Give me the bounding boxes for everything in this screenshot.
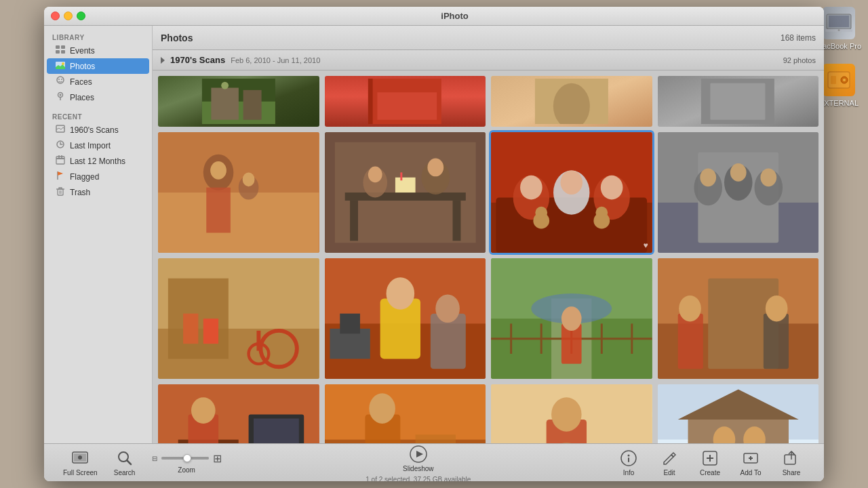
library-section-label: LIBRARY (44, 31, 152, 43)
zoom-label: Zoom (178, 466, 195, 474)
info-button[interactable]: Info (610, 446, 648, 479)
photo-content (491, 76, 652, 127)
photo-content (658, 132, 819, 253)
svg-rect-120 (254, 419, 299, 443)
photo-cell[interactable] (658, 384, 819, 443)
share-button[interactable]: Share (772, 446, 810, 479)
sidebar-item-flagged[interactable]: Flagged (47, 169, 149, 184)
add-to-button[interactable]: Add To (732, 446, 770, 479)
last-import-label: Last Import (70, 141, 111, 150)
info-icon (619, 449, 638, 468)
svg-point-53 (427, 159, 443, 177)
svg-rect-21 (56, 157, 64, 164)
toolbar-right: Info Edit (610, 446, 810, 479)
trash-label: Trash (70, 188, 90, 197)
main-content: LIBRARY Events (44, 26, 824, 443)
photo-grid-wrapper[interactable]: ♥ (153, 70, 824, 443)
edit-button[interactable]: Edit (650, 446, 688, 479)
window-controls (51, 12, 85, 20)
macbook-pro-img (823, 7, 855, 39)
1960s-scans-icon (55, 124, 66, 136)
slideshow-icon (409, 445, 428, 464)
photo-cell[interactable]: ♥ (491, 132, 652, 253)
svg-point-93 (435, 295, 460, 323)
sidebar-item-events[interactable]: Events (47, 43, 149, 58)
photo-content (325, 384, 486, 443)
zoom-slider-container[interactable]: ⊟ ⊞ (152, 452, 222, 465)
photo-cell[interactable] (158, 132, 319, 253)
album-expand-icon[interactable] (161, 57, 165, 64)
sidebar-item-photos[interactable]: Photos (47, 58, 149, 74)
photo-cell[interactable] (325, 132, 486, 253)
photo-cell[interactable] (658, 132, 819, 253)
photo-cell[interactable] (491, 258, 652, 379)
svg-rect-111 (763, 314, 788, 369)
slideshow-button[interactable]: Slideshow (397, 442, 439, 475)
zoom-thumb[interactable] (183, 454, 191, 462)
create-button[interactable]: Create (691, 446, 729, 479)
create-label: Create (700, 469, 720, 476)
photo-cell[interactable] (325, 384, 486, 443)
svg-point-44 (243, 172, 255, 186)
maximize-button[interactable] (77, 12, 85, 20)
sidebar-item-last-import[interactable]: Last Import (47, 138, 149, 153)
window-title: iPhoto (92, 11, 817, 21)
photos-title: Photos (161, 33, 781, 43)
svg-point-118 (191, 398, 216, 424)
photo-cell[interactable] (658, 76, 819, 127)
sidebar-item-faces[interactable]: Faces (47, 74, 149, 89)
share-label: Share (783, 469, 801, 476)
photo-cell[interactable] (325, 258, 486, 379)
photo-content (158, 132, 319, 253)
faces-label: Faces (70, 77, 92, 87)
flagged-label: Flagged (70, 172, 99, 182)
svg-point-7 (843, 79, 846, 81)
events-icon (55, 45, 66, 56)
search-icon (115, 449, 134, 468)
photo-cell[interactable] (491, 384, 652, 443)
sidebar-item-trash[interactable]: Trash (47, 184, 149, 200)
svg-rect-11 (61, 50, 65, 54)
svg-rect-157 (785, 455, 795, 464)
zoom-in-icon: ⊞ (213, 452, 222, 465)
photo-content (158, 258, 319, 379)
create-icon (701, 449, 719, 468)
svg-rect-85 (256, 331, 260, 351)
zoom-slider[interactable] (161, 457, 209, 460)
sidebar-item-1960s-scans[interactable]: 1960's Scans (47, 122, 149, 138)
photos-label: Photos (70, 62, 95, 71)
fullscreen-button[interactable]: Full Screen (58, 446, 103, 479)
sidebar-item-places[interactable]: Places (47, 89, 149, 105)
svg-rect-33 (378, 92, 437, 120)
photo-content (491, 132, 652, 253)
svg-point-112 (765, 296, 787, 322)
svg-rect-39 (158, 192, 319, 253)
share-icon (782, 449, 801, 468)
photo-content (325, 258, 486, 379)
sidebar-item-last-12-months[interactable]: Last 12 Months (47, 153, 149, 169)
close-button[interactable] (51, 12, 60, 20)
toolbar: Full Screen Search ⊟ (44, 443, 824, 481)
photo-cell[interactable] (158, 76, 319, 127)
album-dates: Feb 6, 2010 - Jun 11, 2010 (231, 56, 320, 64)
photo-cell[interactable] (158, 384, 319, 443)
photo-cell[interactable] (491, 76, 652, 127)
svg-rect-54 (395, 178, 415, 192)
svg-rect-28 (211, 87, 239, 119)
minimize-button[interactable] (64, 12, 73, 20)
photo-content (158, 384, 319, 443)
search-button[interactable]: Search (106, 446, 144, 479)
svg-point-73 (700, 168, 716, 186)
status-bar: 1 of 2 selected, 37.25 GB available (366, 476, 471, 481)
photos-count: 168 items (781, 33, 816, 43)
photo-cell[interactable] (158, 258, 319, 379)
zoom-out-icon: ⊟ (152, 455, 157, 462)
photo-cell[interactable] (658, 258, 819, 379)
external-drive-icon[interactable]: EXTERNAL (819, 64, 859, 107)
photo-cell[interactable] (325, 76, 486, 127)
svg-rect-24 (61, 155, 62, 158)
fullscreen-label: Full Screen (63, 469, 98, 476)
zoom-control[interactable]: ⊟ ⊞ Zoom (146, 449, 227, 476)
fullscreen-icon (71, 449, 90, 468)
photo-content (325, 132, 486, 253)
